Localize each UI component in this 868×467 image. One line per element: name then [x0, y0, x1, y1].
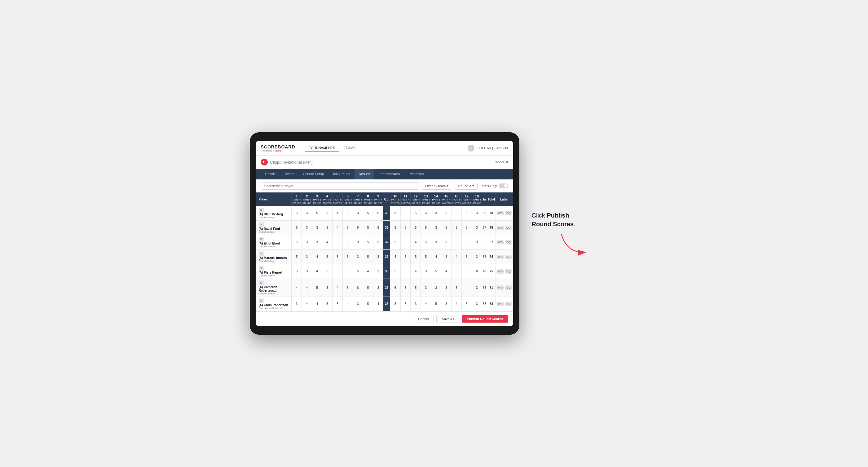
score-h14[interactable]: 3: [431, 279, 441, 297]
score-h16[interactable]: 4: [452, 249, 462, 264]
dq-button[interactable]: DQ: [505, 211, 512, 215]
score-h8[interactable]: 4: [363, 264, 373, 279]
tab-tee-groups[interactable]: Tee Groups: [328, 169, 354, 180]
score-h13[interactable]: 5: [421, 220, 431, 235]
dq-button[interactable]: DQ: [505, 255, 512, 259]
score-h4[interactable]: 3: [322, 220, 333, 235]
score-h8[interactable]: 5: [363, 206, 373, 220]
score-h13[interactable]: 5: [421, 249, 431, 264]
score-h1[interactable]: 3: [291, 297, 302, 311]
score-h3[interactable]: 3: [312, 235, 322, 249]
wd-button[interactable]: WD: [496, 302, 504, 306]
score-h7[interactable]: 3: [353, 206, 363, 220]
score-h15[interactable]: 4: [441, 264, 452, 279]
score-h5[interactable]: 3: [333, 235, 343, 249]
score-h14[interactable]: 4: [431, 249, 441, 264]
totals-toggle[interactable]: [499, 183, 508, 188]
wd-button[interactable]: WD: [496, 240, 504, 245]
score-h14[interactable]: 3: [431, 235, 441, 249]
score-h1[interactable]: 3: [291, 206, 302, 220]
score-h16[interactable]: 5: [452, 279, 462, 297]
score-h10[interactable]: 3: [390, 235, 400, 249]
dq-button[interactable]: DQ: [505, 302, 512, 306]
score-h15[interactable]: 5: [441, 206, 452, 220]
score-h10[interactable]: 6: [390, 279, 400, 297]
score-h7[interactable]: 6: [353, 279, 363, 297]
score-h5[interactable]: 4: [333, 206, 343, 220]
score-h3[interactable]: 5: [312, 279, 322, 297]
score-h17[interactable]: 3: [461, 297, 472, 311]
score-h4[interactable]: 5: [322, 297, 333, 311]
score-h3[interactable]: 3: [312, 220, 322, 235]
filter-by-team-select[interactable]: Filter by team ▾: [422, 182, 453, 190]
score-h17[interactable]: 5: [461, 235, 472, 249]
score-h5[interactable]: 3: [333, 249, 343, 264]
dq-button[interactable]: DQ: [505, 285, 512, 290]
score-h6[interactable]: 3: [342, 206, 353, 220]
score-h10[interactable]: 3: [390, 297, 400, 311]
score-h7[interactable]: 3: [353, 235, 363, 249]
cancel-button[interactable]: Cancel: [413, 315, 434, 323]
score-h8[interactable]: 5: [363, 235, 373, 249]
score-h17[interactable]: 3: [461, 220, 472, 235]
wd-button[interactable]: WD: [496, 211, 504, 215]
tab-printables[interactable]: Printables: [404, 169, 428, 180]
score-h5[interactable]: 4: [333, 220, 343, 235]
score-h11[interactable]: 5: [400, 297, 411, 311]
score-h18[interactable]: 3: [472, 279, 482, 297]
score-h18[interactable]: 6: [472, 264, 482, 279]
score-h16[interactable]: 3: [452, 264, 462, 279]
tab-teams[interactable]: Teams: [280, 169, 299, 180]
tab-details[interactable]: Details: [261, 169, 280, 180]
dq-button[interactable]: DQ: [505, 226, 512, 230]
score-h18[interactable]: 3: [472, 249, 482, 264]
save-all-button[interactable]: Save All: [436, 315, 459, 323]
score-h4[interactable]: 5: [322, 206, 333, 220]
score-h3[interactable]: 4: [312, 264, 322, 279]
score-h3[interactable]: 5: [312, 206, 322, 220]
score-h4[interactable]: 5: [322, 249, 333, 264]
score-h1[interactable]: 5: [291, 235, 302, 249]
wd-button[interactable]: WD: [496, 255, 504, 259]
score-h7[interactable]: 3: [353, 297, 363, 311]
score-h1[interactable]: 4: [291, 279, 302, 297]
score-h3[interactable]: 4: [312, 297, 322, 311]
score-h10[interactable]: 3: [390, 220, 400, 235]
dq-button[interactable]: DQ: [505, 269, 512, 274]
score-h16[interactable]: 6: [452, 235, 462, 249]
tab-course-setup[interactable]: Course Setup: [299, 169, 328, 180]
score-h12[interactable]: 5: [411, 279, 421, 297]
score-h6[interactable]: 3: [342, 264, 353, 279]
wd-button[interactable]: WD: [496, 285, 504, 290]
score-h4[interactable]: 4: [322, 235, 333, 249]
score-h11[interactable]: 5: [400, 206, 411, 220]
score-h5[interactable]: 3: [333, 297, 343, 311]
wd-button[interactable]: WD: [496, 226, 504, 230]
score-h1[interactable]: 6: [291, 220, 302, 235]
score-h11[interactable]: 3: [400, 279, 411, 297]
score-h16[interactable]: 4: [452, 297, 462, 311]
score-h11[interactable]: 5: [400, 235, 411, 249]
score-h14[interactable]: 3: [431, 220, 441, 235]
score-h18[interactable]: 3: [472, 220, 482, 235]
score-h2[interactable]: 3: [302, 206, 312, 220]
cancel-tournament-btn[interactable]: Cancel ✕: [493, 160, 508, 164]
sign-out-link[interactable]: Sign out: [496, 146, 508, 150]
score-h4[interactable]: 3: [322, 279, 333, 297]
score-h9[interactable]: 4: [373, 297, 383, 311]
score-h2[interactable]: 4: [302, 297, 312, 311]
score-h14[interactable]: 3: [431, 206, 441, 220]
round-select[interactable]: Round 3 ▾: [455, 182, 477, 190]
score-h13[interactable]: 3: [421, 279, 431, 297]
score-h6[interactable]: 3: [342, 249, 353, 264]
score-h12[interactable]: 4: [411, 264, 421, 279]
tab-leaderboards[interactable]: Leaderboards: [374, 169, 404, 180]
score-h2[interactable]: 3: [302, 220, 312, 235]
score-h15[interactable]: 3: [441, 297, 452, 311]
score-h11[interactable]: 5: [400, 249, 411, 264]
score-h17[interactable]: 3: [461, 249, 472, 264]
wd-button[interactable]: WD: [496, 269, 504, 274]
score-h2[interactable]: 3: [302, 235, 312, 249]
search-input[interactable]: [261, 182, 419, 190]
dq-button[interactable]: DQ: [505, 240, 512, 245]
